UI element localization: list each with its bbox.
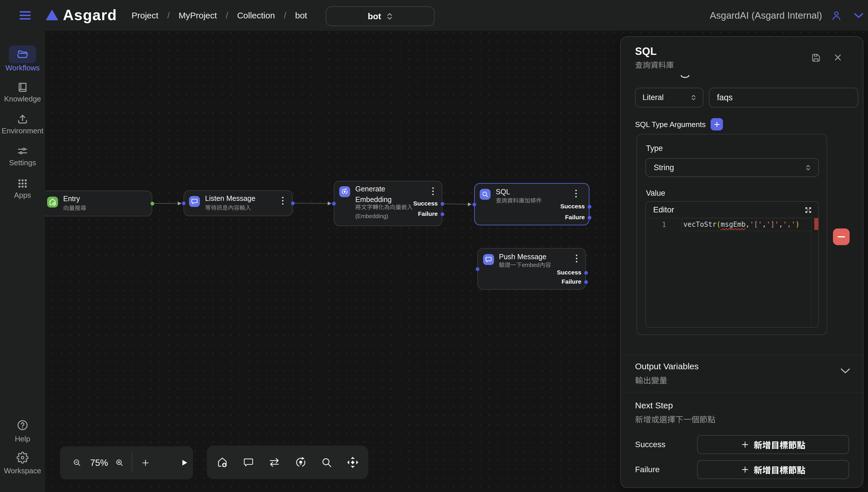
node-output-success: Success: [557, 269, 581, 276]
breadcrumb-myproject[interactable]: MyProject: [179, 10, 217, 20]
run-icon[interactable]: [180, 459, 188, 467]
sliders-icon: [17, 145, 28, 157]
sidebar: Workflows Knowledge Environment Settings…: [0, 31, 45, 492]
remove-argument-button[interactable]: [833, 228, 850, 245]
menu-icon-bar: [20, 15, 31, 16]
node-title: Listen Message: [205, 193, 255, 204]
panel-divider: [621, 392, 863, 392]
port-listen-out[interactable]: [291, 201, 295, 205]
add-target-node-button-success[interactable]: 新增目標節點: [697, 435, 849, 454]
swap-icon[interactable]: [268, 456, 281, 469]
table-name-input[interactable]: faqs: [709, 88, 858, 107]
sidebar-item-environment[interactable]: Environment: [0, 126, 45, 136]
kebab-dot: [575, 193, 577, 194]
plus-icon: [741, 440, 749, 449]
add-icon[interactable]: [142, 459, 149, 467]
argument-source-select[interactable]: Literal: [635, 88, 704, 107]
gear-icon: [17, 452, 28, 464]
kebab-dot: [432, 194, 434, 195]
search-tool-icon[interactable]: [320, 456, 333, 469]
node-listen-message[interactable]: Listen Message 等待訊息內容輸入: [183, 190, 293, 216]
port-push-failure[interactable]: [584, 280, 588, 284]
kebab-dot: [282, 197, 283, 198]
sidebar-item-workspace[interactable]: Workspace: [0, 466, 45, 475]
add-target-node-button-failure[interactable]: 新增目標節點: [697, 460, 849, 479]
sidebar-item-help[interactable]: Help: [0, 435, 45, 443]
chat-icon: [483, 254, 494, 265]
node-menu-icon[interactable]: [575, 190, 577, 199]
port-push-success[interactable]: [584, 271, 588, 275]
node-output-failure: Failure: [565, 214, 585, 221]
chevron-down-icon[interactable]: [840, 368, 850, 374]
node-menu-icon[interactable]: [432, 188, 434, 197]
line-number: 1: [646, 218, 666, 231]
sidebar-item-knowledge[interactable]: Knowledge: [0, 95, 45, 103]
next-step-subtitle: 新增或選擇下一個節點: [635, 413, 715, 425]
port-sql-failure[interactable]: [588, 216, 591, 220]
sidebar-item-apps[interactable]: Apps: [0, 191, 45, 200]
close-icon[interactable]: [834, 53, 842, 62]
embedding-tool-icon[interactable]: [294, 456, 307, 469]
node-menu-icon[interactable]: [576, 255, 577, 264]
port-push-in[interactable]: [476, 267, 479, 271]
node-push-message[interactable]: Push Message 驗證一下embed內容 Success Failure: [477, 248, 586, 290]
port-sql-in[interactable]: [473, 203, 476, 206]
folder-icon: [17, 49, 28, 60]
zoom-level: 75%: [85, 446, 113, 479]
breadcrumb-bot[interactable]: bot: [295, 10, 307, 20]
output-variables-subtitle: 輸出變量: [635, 374, 667, 386]
argument-card: Type String Value Editor 1 vecToStr(msgE…: [637, 134, 827, 335]
add-message-icon[interactable]: [242, 456, 255, 469]
workflow-select-value: bot: [368, 11, 381, 21]
editor-label: Editor: [653, 205, 674, 214]
menu-icon-bar: [20, 11, 31, 13]
node-generate-embedding[interactable]: Generate Embedding 將文字轉化為向量嵌入 (Embedding…: [334, 181, 442, 226]
port-generate-in[interactable]: [332, 202, 336, 205]
node-sql[interactable]: SQL 查詢資料庫加條件 Success Failure: [474, 183, 589, 225]
node-subtitle: 向量搜尋: [63, 204, 86, 213]
argument-type-select[interactable]: String: [645, 158, 819, 177]
add-entry-icon[interactable]: [216, 456, 229, 469]
port-entry-out[interactable]: [151, 202, 154, 205]
sidebar-item-label: Knowledge: [0, 95, 45, 103]
chevron-up-down-icon: [806, 164, 811, 171]
node-output-failure: Failure: [418, 211, 438, 217]
sidebar-item-label: Help: [0, 435, 45, 443]
sidebar-item-settings[interactable]: Settings: [0, 158, 45, 167]
table-name-value: faqs: [717, 93, 733, 102]
breadcrumb-project[interactable]: Project: [131, 10, 158, 20]
node-entry[interactable]: Entry 向量搜尋: [45, 191, 152, 216]
user-icon: [831, 10, 842, 21]
port-listen-in[interactable]: [182, 201, 185, 205]
type-label: Type: [646, 144, 663, 153]
workflow-select[interactable]: bot: [326, 6, 435, 26]
node-output-success: Success: [560, 203, 585, 210]
port-generate-failure[interactable]: [441, 212, 444, 216]
node-toolbar: [207, 445, 368, 479]
breadcrumb-collection[interactable]: Collection: [237, 10, 275, 20]
menu-icon[interactable]: [20, 11, 31, 20]
move-icon[interactable]: [346, 456, 359, 469]
minus-icon: [838, 236, 845, 237]
panel-title: SQL: [635, 45, 657, 57]
port-sql-success[interactable]: [588, 205, 591, 208]
node-menu-icon[interactable]: [282, 197, 283, 206]
apps-grid-icon: [17, 178, 28, 189]
sidebar-item-label: Environment: [0, 126, 45, 136]
zoom-out-icon[interactable]: [73, 458, 81, 467]
logo-text: Asgard: [63, 6, 117, 24]
port-generate-success[interactable]: [441, 202, 444, 206]
account-menu[interactable]: AsgardAI (Asgard Internal): [710, 0, 864, 31]
node-subtitle: 驗證一下embed內容: [499, 261, 551, 270]
account-name: AsgardAI (Asgard Internal): [710, 10, 822, 21]
code-line[interactable]: vecToStr(msgEmb,'[',']',','): [683, 218, 800, 231]
expand-icon[interactable]: [805, 206, 812, 214]
kebab-dot: [575, 196, 577, 197]
code-editor[interactable]: Editor 1 vecToStr(msgEmb,'[',']',','): [645, 201, 819, 328]
zoom-in-icon[interactable]: [115, 458, 124, 467]
sidebar-item-workflows[interactable]: Workflows: [0, 64, 45, 72]
home-plus-icon: [47, 197, 58, 207]
save-icon[interactable]: [811, 53, 821, 63]
add-argument-button[interactable]: [711, 118, 723, 130]
breadcrumb-separator: /: [284, 10, 286, 20]
